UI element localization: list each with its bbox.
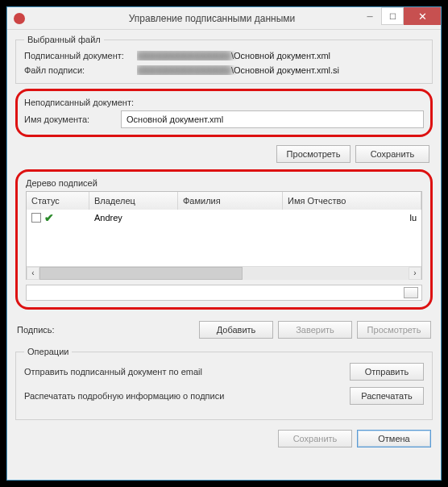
row-tail: lu bbox=[283, 213, 421, 223]
footer-save-button[interactable]: Сохранить bbox=[278, 430, 352, 447]
table-header: Статус Владелец Фамилия Имя Отчество bbox=[27, 192, 421, 210]
col-status[interactable]: Статус bbox=[27, 192, 89, 210]
doc-name-input[interactable]: Основной документ.xml bbox=[121, 110, 424, 128]
send-button[interactable]: Отправить bbox=[350, 363, 424, 381]
signature-tree-highlight: Дерево подписей Статус Владелец Фамилия … bbox=[15, 169, 433, 310]
col-name-patronymic[interactable]: Имя Отчество bbox=[283, 192, 421, 210]
tree-title: Дерево подписей bbox=[26, 178, 422, 188]
scroll-track[interactable] bbox=[39, 267, 409, 280]
status-ok-icon: ✔ bbox=[44, 213, 54, 223]
tree-footer-handle[interactable] bbox=[404, 287, 418, 298]
view-sig-button[interactable]: Просмотреть bbox=[357, 321, 431, 339]
selected-file-group: Выбранный файл Подписанный документ: ███… bbox=[15, 35, 433, 84]
scroll-thumb[interactable] bbox=[39, 267, 243, 280]
scroll-left-icon[interactable]: ‹ bbox=[27, 267, 39, 280]
doc-name-value: Основной документ.xml bbox=[127, 114, 223, 124]
minimize-button[interactable]: ─ bbox=[359, 7, 381, 25]
app-icon bbox=[14, 13, 25, 24]
add-button[interactable]: Добавить bbox=[199, 321, 273, 339]
print-info-label: Распечатать подробную информацию о подпи… bbox=[24, 391, 224, 401]
signature-table: Статус Владелец Фамилия Имя Отчество ✔ A… bbox=[26, 191, 422, 280]
titlebar: Управление подписанными данными ─ ☐ ✕ bbox=[7, 7, 441, 30]
selected-file-legend: Выбранный файл bbox=[24, 35, 104, 44]
certify-button[interactable]: Заверить bbox=[278, 321, 352, 339]
print-button[interactable]: Распечатать bbox=[350, 387, 424, 405]
signed-doc-label: Подписанный документ: bbox=[24, 51, 137, 60]
send-email-label: Отправить подписанный документ по email bbox=[24, 367, 202, 377]
operations-legend: Операции bbox=[24, 347, 72, 356]
table-row[interactable]: ✔ Andrey lu bbox=[27, 210, 421, 226]
save-button[interactable]: Сохранить bbox=[355, 145, 429, 163]
unsigned-doc-title: Неподписанный документ: bbox=[24, 98, 153, 107]
window: Управление подписанными данными ─ ☐ ✕ Вы… bbox=[6, 6, 442, 481]
row-owner: Andrey bbox=[89, 213, 178, 223]
col-owner[interactable]: Владелец bbox=[89, 192, 178, 210]
doc-name-label: Имя документа: bbox=[24, 114, 121, 124]
tree-footer-bar bbox=[26, 285, 422, 301]
sig-file-label: Файл подписи: bbox=[24, 65, 137, 75]
signature-label: Подпись: bbox=[17, 325, 97, 335]
window-controls: ─ ☐ ✕ bbox=[359, 7, 441, 25]
signed-doc-path: ███████████████ \Основной документ.xml bbox=[137, 51, 424, 60]
footer-cancel-button[interactable]: Отмена bbox=[357, 430, 431, 447]
row-checkbox[interactable] bbox=[31, 213, 41, 223]
operations-group: Операции Отправить подписанный документ … bbox=[15, 347, 433, 420]
sig-file-path: ███████████████ \Основной документ.xml.s… bbox=[137, 65, 424, 75]
view-button[interactable]: Просмотреть bbox=[276, 145, 351, 163]
scroll-right-icon[interactable]: › bbox=[409, 267, 421, 280]
col-surname[interactable]: Фамилия bbox=[178, 192, 283, 210]
unsigned-doc-highlight: Неподписанный документ: Имя документа: О… bbox=[15, 89, 433, 137]
maximize-button[interactable]: ☐ bbox=[381, 7, 404, 25]
horizontal-scrollbar[interactable]: ‹ › bbox=[27, 266, 421, 279]
close-button[interactable]: ✕ bbox=[404, 7, 441, 25]
